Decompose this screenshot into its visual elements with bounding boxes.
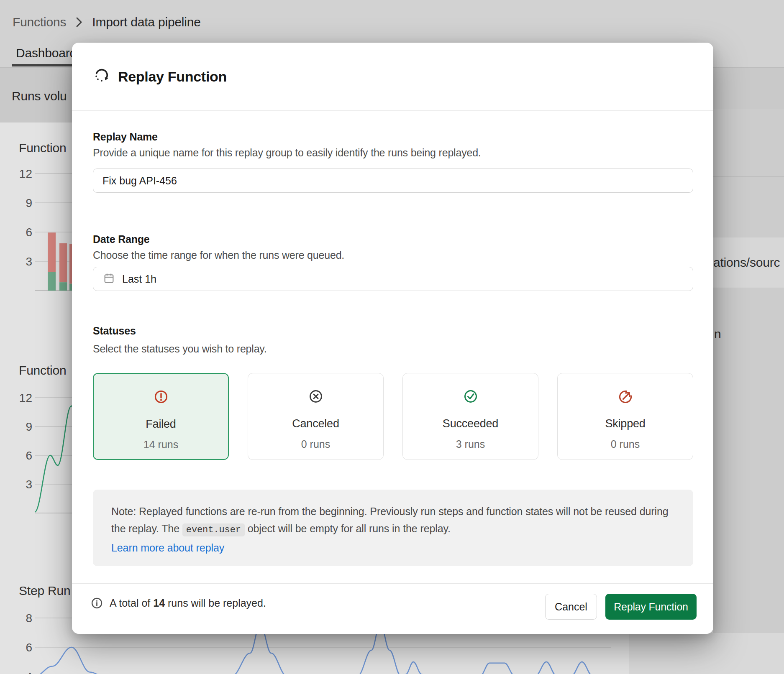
background-bottom-right [629, 633, 784, 674]
modal-header: Replay Function [72, 43, 713, 111]
replay-name-input[interactable] [93, 168, 693, 193]
svg-text:12: 12 [19, 167, 32, 180]
learn-more-link[interactable]: Learn more about replay [111, 539, 224, 557]
replay-note: Note: Replayed functions are re-run from… [93, 490, 693, 566]
right-panel-row-text: ations/sourc [713, 255, 780, 270]
svg-text:3: 3 [26, 478, 32, 491]
status-card-name: Succeeded [443, 417, 498, 430]
replay-name-description: Provide a unique name for this replay gr… [93, 147, 481, 159]
right-panel-partial-text: n [714, 327, 721, 341]
calendar-icon [103, 273, 115, 286]
right-panel-divider [713, 176, 784, 177]
date-range-input[interactable]: Last 1h [93, 267, 693, 291]
svg-text:6: 6 [26, 641, 32, 654]
note-text-after: object will be empty for all runs in the… [245, 523, 451, 534]
svg-text:6: 6 [26, 449, 32, 462]
date-range-description: Choose the time range for when the runs … [93, 249, 344, 261]
breadcrumb: Functions Import data pipeline [13, 15, 201, 29]
status-card-succeeded[interactable]: Succeeded 3 runs [402, 373, 538, 460]
status-card-runs: 3 runs [456, 438, 485, 450]
statuses-description: Select the statuses you wish to replay. [93, 343, 267, 355]
skipped-icon [616, 387, 635, 407]
failed-icon [152, 388, 170, 408]
status-card-runs: 14 runs [143, 439, 178, 451]
date-range-value: Last 1h [122, 273, 156, 285]
function-stacked-bar-chart: 12963 [0, 123, 74, 302]
modal-title: Replay Function [118, 69, 227, 85]
statuses-label: Statuses [93, 325, 136, 337]
svg-text:9: 9 [26, 197, 32, 209]
screen: Functions Import data pipeline Dashboard… [0, 0, 784, 674]
status-card-runs: 0 runs [611, 438, 640, 450]
tab-dashboard[interactable]: Dashboard [16, 46, 77, 60]
replay-function-button[interactable]: Replay Function [605, 594, 697, 620]
info-icon [91, 597, 102, 609]
chart2-title: Function [19, 363, 66, 378]
replay-name-label: Replay Name [93, 131, 158, 143]
background-right-panel: ations/sourc n [713, 109, 784, 633]
modal-footer: A total of 14 runs will be replayed. Can… [72, 584, 713, 634]
summary-count: 14 [153, 597, 165, 609]
svg-text:6: 6 [26, 226, 32, 239]
status-card-name: Failed [146, 418, 176, 431]
status-card-name: Skipped [605, 417, 645, 430]
svg-text:4: 4 [26, 670, 32, 674]
svg-text:9: 9 [26, 420, 32, 433]
summary-suffix: runs will be replayed. [165, 597, 266, 609]
tab-active-underline [12, 64, 74, 66]
breadcrumb-functions[interactable]: Functions [13, 15, 66, 29]
right-panel-column-divider [752, 109, 752, 633]
replay-summary: A total of 14 runs will be replayed. [91, 597, 266, 609]
cancel-button[interactable]: Cancel [545, 594, 597, 620]
status-card-name: Canceled [292, 417, 339, 430]
breadcrumb-current: Import data pipeline [92, 15, 201, 29]
date-range-label: Date Range [93, 233, 150, 245]
svg-text:3: 3 [26, 255, 32, 268]
right-panel-row: ations/sourc [713, 237, 784, 288]
svg-text:12: 12 [19, 391, 32, 404]
chevron-right-icon [75, 17, 83, 28]
replay-function-modal: Replay Function Replay Name Provide a un… [72, 43, 713, 634]
status-card-runs: 0 runs [301, 438, 330, 450]
runs-volume-title: Runs volu [12, 89, 67, 103]
svg-text:8: 8 [26, 612, 32, 625]
event-user-code: event.user [182, 523, 245, 536]
summary-prefix: A total of [110, 597, 153, 609]
right-panel-divider [713, 288, 784, 288]
replay-icon [93, 67, 110, 86]
status-card-skipped[interactable]: Skipped 0 runs [557, 373, 693, 460]
status-card-failed[interactable]: Failed 14 runs [93, 373, 229, 460]
function-line-chart: 12963 [0, 376, 74, 518]
succeeded-icon [461, 387, 480, 407]
status-card-canceled[interactable]: Canceled 0 runs [248, 373, 384, 460]
canceled-icon [307, 387, 325, 407]
